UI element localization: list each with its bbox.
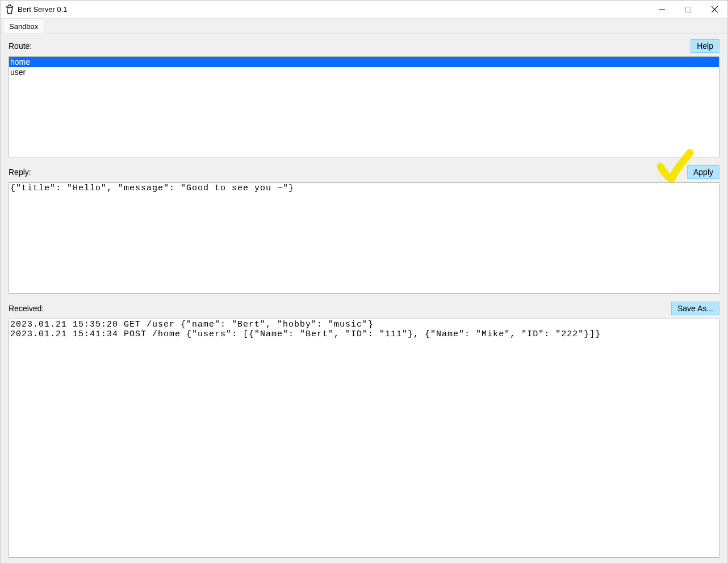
window-controls — [649, 1, 727, 18]
save-as-button[interactable]: Save As... — [671, 302, 719, 315]
titlebar: Bert Server 0.1 — [1, 1, 727, 19]
svg-rect-2 — [686, 7, 691, 12]
content-area: Route: Help homeuser Reply: Apply Receiv… — [1, 34, 727, 563]
received-label: Received: — [9, 304, 44, 313]
route-item-user[interactable]: user — [9, 67, 719, 77]
svg-point-0 — [7, 6, 12, 7]
maximize-button[interactable] — [675, 1, 701, 18]
apply-button[interactable]: Apply — [687, 165, 719, 179]
menu-sandbox[interactable]: Sandbox — [3, 19, 44, 33]
route-list[interactable]: homeuser — [9, 56, 719, 157]
reply-header: Reply: Apply — [9, 157, 719, 182]
received-header: Received: Save As... — [9, 294, 719, 319]
route-header: Route: Help — [9, 34, 719, 56]
reply-label: Reply: — [9, 168, 31, 177]
route-label: Route: — [9, 41, 32, 51]
window-title: Bert Server 0.1 — [18, 5, 649, 14]
close-button[interactable] — [701, 1, 727, 18]
route-item-home[interactable]: home — [9, 57, 719, 67]
minimize-button[interactable] — [649, 1, 675, 18]
menubar: Sandbox — [1, 19, 727, 34]
app-icon — [5, 4, 14, 15]
help-button[interactable]: Help — [691, 39, 719, 53]
reply-textarea[interactable] — [9, 182, 719, 294]
received-textarea[interactable] — [9, 319, 719, 558]
